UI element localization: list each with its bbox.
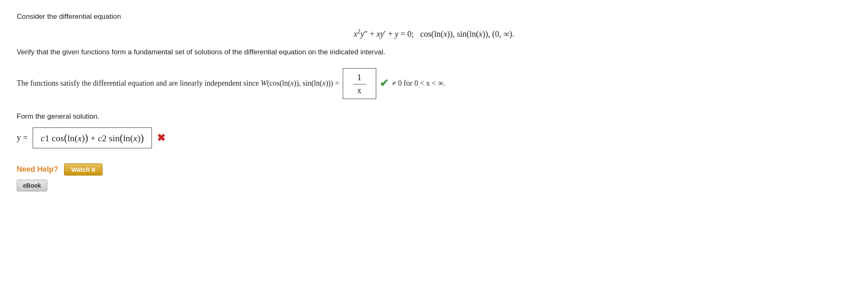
main-equation: x2y″ + xy′ + y = 0; cos(ln(x)), sin(ln(x… [17, 28, 851, 39]
wronskian-suffix: ≠ 0 for 0 < x < ∞. [392, 79, 445, 88]
wronskian-fraction: 1 x [343, 68, 376, 99]
solution-box: c1 cos(ln(x)) + c2 sin(ln(x)) [33, 127, 152, 148]
verify-text: Verify that the given functions form a f… [17, 48, 851, 56]
wronskian-row: The functions satisfy the differential e… [17, 68, 851, 99]
ebook-row: eBook [17, 180, 851, 191]
ebook-button[interactable]: eBook [17, 180, 47, 191]
check-mark-icon: ✔ [380, 77, 389, 90]
main-page: Consider the differential equation x2y″ … [0, 0, 868, 285]
watch-it-button[interactable]: Watch It [64, 163, 103, 176]
y-equals-label: y = [17, 133, 28, 142]
solution-row: y = c1 cos(ln(x)) + c2 sin(ln(x)) ✖ [17, 127, 851, 148]
equation-text: x2y″ + xy′ + y = 0; cos(ln(x)), sin(ln(x… [354, 29, 514, 38]
fraction-denominator: x [357, 84, 362, 95]
incorrect-icon: ✖ [157, 132, 165, 144]
help-row: Need Help? Watch It [17, 163, 851, 176]
consider-text: Consider the differential equation [17, 13, 851, 21]
need-help-label: Need Help? [17, 165, 58, 174]
wronskian-prefix: The functions satisfy the differential e… [17, 79, 339, 88]
fraction-numerator: 1 [353, 72, 366, 84]
general-solution-label: Form the general solution. [17, 112, 851, 121]
